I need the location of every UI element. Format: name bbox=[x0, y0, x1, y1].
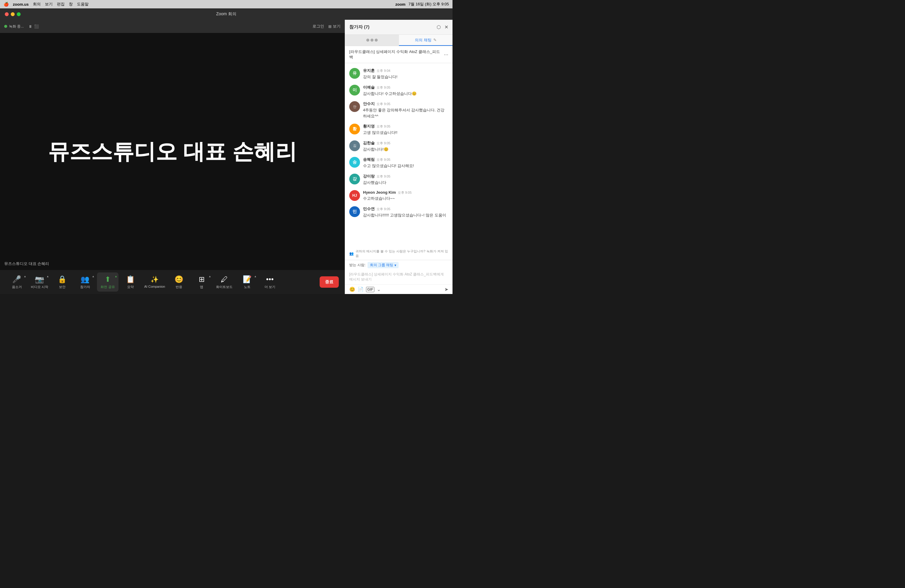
close-panel-icon[interactable]: ✕ bbox=[445, 24, 448, 30]
audio-chevron-icon[interactable]: ▲ bbox=[24, 275, 26, 278]
message-sender-name: 김한솔 bbox=[363, 140, 375, 146]
chat-input-text: [라우드클래스] 상세페이지 수익화 AtoZ 클래스_피드백에게 메시지 보내… bbox=[349, 271, 444, 283]
video-chevron-icon[interactable]: ▲ bbox=[46, 275, 49, 278]
toolbar-summary[interactable]: 📋 요약 bbox=[120, 272, 141, 292]
message-content: 강이랑 오후 9:05 감사했습니다 bbox=[363, 174, 448, 186]
message-header: 황지영 오후 9:05 bbox=[363, 124, 448, 129]
recipient-label: 받는 사람: bbox=[349, 262, 366, 268]
recording-text: 녹화 중... bbox=[9, 24, 24, 29]
message-content: Hyeon Jeong Kim 오후 9:05 수고하셨습니다~~ bbox=[363, 190, 448, 202]
toolbar-notes[interactable]: ▲ 📝 노트 bbox=[237, 272, 258, 292]
edit-icon[interactable]: ✎ bbox=[433, 38, 437, 42]
login-button[interactable]: 로그인 bbox=[313, 24, 324, 29]
send-message-icon[interactable]: ➤ bbox=[445, 286, 448, 292]
tab-meeting-chat[interactable]: 의의 채팅 ✎ bbox=[399, 35, 453, 46]
message-content: 유지훈 오후 9:04 강의 잘 들었습니다! bbox=[363, 68, 448, 80]
chat-message: 송 송혜림 오후 9:05 수고 많으셨습니다! 감사해요! bbox=[345, 154, 452, 171]
apps-chevron-icon[interactable]: ▲ bbox=[209, 275, 211, 278]
message-header: 강이랑 오후 9:05 bbox=[363, 174, 448, 179]
tab-participants[interactable] bbox=[345, 35, 399, 46]
message-sender-name: 송혜림 bbox=[363, 157, 375, 162]
menu-item-window[interactable]: 창 bbox=[69, 2, 73, 7]
menu-app-name[interactable]: zoom.us bbox=[13, 2, 29, 6]
pause-recording-button[interactable]: ⏸ bbox=[29, 24, 32, 29]
message-time: 오후 9:05 bbox=[376, 174, 390, 179]
message-time: 오후 9:05 bbox=[376, 141, 390, 146]
menu-time: 7월 16일 (화) 오후 9:05 bbox=[408, 2, 449, 7]
share-icon: ⬆ bbox=[105, 275, 111, 283]
recording-dot bbox=[4, 25, 7, 28]
message-header: 안수지 오후 9:05 bbox=[363, 101, 448, 106]
more-chat-options-icon[interactable]: ⌄ bbox=[377, 286, 381, 292]
end-meeting-button[interactable]: 종료 bbox=[320, 277, 339, 288]
menu-item-meeting[interactable]: 회의 bbox=[33, 2, 41, 7]
menu-item-edit[interactable]: 편집 bbox=[57, 2, 65, 7]
menu-item-help[interactable]: 도움말 bbox=[77, 2, 89, 7]
recording-indicator: 녹화 중... bbox=[4, 24, 24, 29]
popout-icon[interactable]: ⬡ bbox=[437, 24, 441, 30]
channel-header: [라우드클래스] 상세페이지 수익화 AtoZ 클래스_피드백 ··· bbox=[345, 46, 452, 63]
message-time: 오후 9:05 bbox=[376, 207, 390, 211]
audio-label: 음소거 bbox=[12, 285, 22, 289]
video-area: 녹화 중... ⏸ ⬛ 로그인 ⊞ 보기 뮤즈스튜디오 대표 손혜리 뮤즈스튜디… bbox=[0, 20, 345, 294]
avatar: 유 bbox=[349, 68, 360, 79]
panel-header: 참가자 (7) ⬡ ✕ bbox=[345, 20, 452, 35]
toolbar-video[interactable]: ▲ 📷 비디오 시작 bbox=[29, 272, 50, 292]
gif-icon[interactable]: GIF bbox=[366, 287, 375, 292]
video-icon: 📷 bbox=[35, 275, 44, 283]
recipient-badge[interactable]: 회의 그룹 채팅 ▾ bbox=[367, 262, 399, 268]
chat-message: 이 이예슬 오후 9:05 감사합니다! 수고하셨습니다😊 bbox=[345, 82, 452, 99]
message-text: 감사합니다!😊 bbox=[363, 146, 448, 153]
menu-item-view[interactable]: 보기 bbox=[45, 2, 53, 7]
message-time: 오후 9:05 bbox=[376, 102, 390, 106]
audio-icon: 🎤 bbox=[12, 275, 21, 283]
message-content: 민수연 오후 9:05 감사합니다!!!!!! 고생많으셨습니다~! 많은 도움… bbox=[363, 206, 448, 218]
maximize-button[interactable] bbox=[17, 12, 21, 16]
toolbar-ai-companion[interactable]: ✨ AI Companion bbox=[143, 272, 167, 292]
message-header: 송혜림 오후 9:05 bbox=[363, 157, 448, 162]
view-button[interactable]: ⊞ 보기 bbox=[328, 24, 341, 29]
close-button[interactable] bbox=[5, 12, 9, 16]
security-label: 보안 bbox=[59, 285, 65, 289]
message-time: 오후 9:05 bbox=[398, 191, 411, 195]
chat-input-area[interactable]: [라우드클래스] 상세페이지 수익화 AtoZ 클래스_피드백에게 메시지 보내… bbox=[345, 270, 452, 284]
participants-icon: 👥 bbox=[81, 275, 89, 283]
chat-message: 황 황지영 오후 9:05 고생 많으셨습니다!! bbox=[345, 121, 452, 138]
toolbar-audio[interactable]: ▲ 🎤 음소거 bbox=[6, 272, 27, 292]
toolbar-reactions[interactable]: 😊 반응 bbox=[168, 272, 190, 292]
message-text: 고생 많으셨습니다!! bbox=[363, 130, 448, 136]
toolbar-apps[interactable]: ▲ ⊞ 앱 bbox=[191, 272, 213, 292]
summary-label: 요약 bbox=[127, 285, 134, 289]
apple-logo-icon[interactable]: 🍎 bbox=[3, 2, 9, 6]
menu-bar-right: zoom 7월 16일 (화) 오후 9:05 bbox=[395, 2, 449, 7]
message-content: 황지영 오후 9:05 고생 많으셨습니다!! bbox=[363, 124, 448, 136]
channel-more-button[interactable]: ··· bbox=[444, 51, 448, 58]
reactions-icon: 😊 bbox=[175, 275, 183, 283]
toolbar-security[interactable]: 🔒 보안 bbox=[51, 272, 73, 292]
share-chevron-icon[interactable]: ▲ bbox=[114, 275, 117, 278]
toolbar-whiteboard[interactable]: 🖊 화이트보드 bbox=[214, 272, 235, 292]
stop-recording-button[interactable]: ⬛ bbox=[34, 24, 39, 29]
toolbar-participants[interactable]: ▲ 👥 참가자 bbox=[74, 272, 96, 292]
message-sender-name: 이예슬 bbox=[363, 85, 375, 90]
reactions-label: 반응 bbox=[176, 285, 182, 289]
toolbar-more[interactable]: ••• 더 보기 bbox=[259, 272, 281, 292]
emoji-picker-icon[interactable]: 😊 bbox=[349, 286, 355, 292]
ai-companion-label: AI Companion bbox=[144, 285, 165, 288]
security-icon: 🔒 bbox=[58, 275, 67, 283]
notes-chevron-icon[interactable]: ▲ bbox=[254, 275, 257, 278]
apps-label: 앱 bbox=[200, 285, 203, 289]
chat-messages[interactable]: 유 유지훈 오후 9:04 강의 잘 들었습니다! 이 이예슬 bbox=[345, 63, 452, 248]
toolbar-share-screen[interactable]: ▲ ⬆ 화면 공유 bbox=[97, 272, 119, 292]
avatar: 강 bbox=[349, 174, 360, 184]
message-text: 4주동안 좋은 강의해주셔서 감사했습니다. 건강하세요^^ bbox=[363, 107, 448, 119]
participants-chevron-icon[interactable]: ▲ bbox=[92, 275, 95, 278]
message-time: 오후 9:05 bbox=[376, 85, 390, 90]
minimize-button[interactable] bbox=[11, 12, 15, 16]
video-top-right: 로그인 ⊞ 보기 bbox=[313, 24, 341, 29]
chat-tabs: 의의 채팅 ✎ bbox=[345, 35, 452, 46]
file-attach-icon[interactable]: 📄 bbox=[358, 286, 364, 292]
notes-label: 노트 bbox=[244, 285, 251, 289]
message-header: 민수연 오후 9:05 bbox=[363, 206, 448, 212]
video-top-bar: 녹화 중... ⏸ ⬛ 로그인 ⊞ 보기 bbox=[0, 20, 345, 33]
